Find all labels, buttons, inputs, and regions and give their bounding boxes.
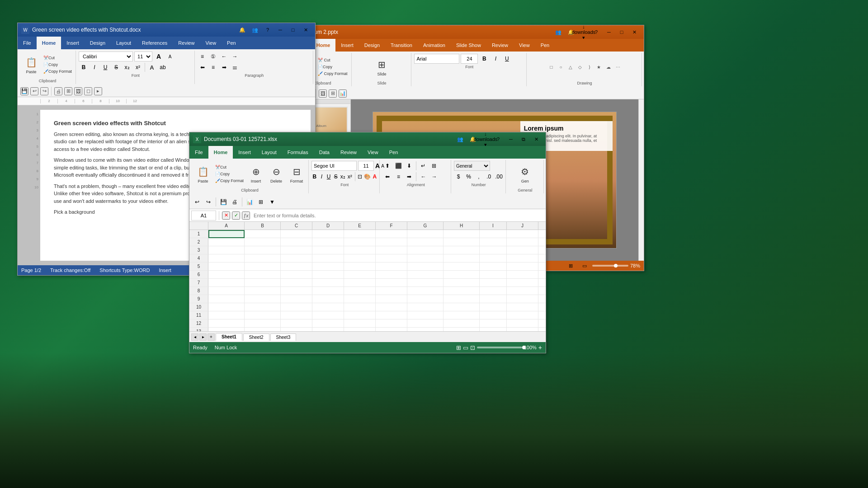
excel-bold-btn[interactable]: B [311,172,318,182]
indent-dec-btn[interactable]: ← [219,52,229,61]
excel-tab-review[interactable]: Review [335,146,362,159]
word-cut-btn[interactable]: ✂️ Cut [42,55,74,61]
word-copy-btn[interactable]: 📄 Copy [42,61,74,68]
excel-font-grow[interactable]: A [375,161,380,171]
ppt-shape-3[interactable]: △ [566,62,575,71]
ppt-new-slide-btn[interactable]: ⊞ Slide [372,56,392,78]
underline-btn[interactable]: U [100,62,110,72]
col-header-D[interactable]: D [312,222,344,230]
cell-I1[interactable] [480,230,507,238]
ppt-tab-transition[interactable]: Transition [385,39,418,52]
word-tab-references[interactable]: References [137,37,173,49]
excel-sheet-tab-2[interactable]: Sheet2 [243,333,269,341]
excel-formula-fx[interactable]: ƒx [242,211,250,220]
excel-tab-data[interactable]: Data [314,146,335,159]
cell-K1[interactable] [538,230,546,238]
excel-font-color-btn[interactable]: A [372,172,378,182]
excel-font-size[interactable] [358,161,374,171]
word-notification-btn[interactable]: 🔔 [236,25,248,34]
excel-align-center[interactable]: ≡ [393,172,403,182]
excel-comma-btn[interactable]: , [474,172,483,182]
word-font-size[interactable]: 11 [134,52,152,61]
excel-wrap-text[interactable]: ↵ [418,161,428,171]
excel-align-bot[interactable]: ⬇ [404,161,414,171]
excel-qa-undo[interactable]: ↩ [192,197,202,207]
excel-font-select[interactable] [311,161,357,171]
excel-align-mid[interactable]: ⬛ [393,161,403,171]
excel-underline-btn[interactable]: U [326,172,332,182]
cell-A1[interactable] [208,230,245,238]
cell-A2[interactable] [208,238,245,246]
ppt-view-normal[interactable]: ⊞ [565,261,577,270]
ppt-shape-more[interactable]: ⋯ [613,62,623,71]
ppt-italic-btn[interactable]: I [491,54,500,64]
excel-collab-btn[interactable]: 👥 [454,135,466,144]
word-font-select[interactable]: Calibri [79,52,133,61]
ppt-downloads-btn[interactable]: ↓ downloads ▾ [578,28,590,37]
excel-qa-chart[interactable]: 📊 [245,197,255,207]
align-left-btn[interactable]: ⬅ [198,62,208,72]
excel-cell-reference[interactable] [191,211,216,221]
font-shrink-btn[interactable]: A [165,52,175,61]
numbering-btn[interactable]: ① [208,52,218,61]
excel-border-btn[interactable]: ⊡ [357,172,363,182]
col-header-A[interactable]: A [208,222,245,230]
ppt-maximize-btn[interactable]: □ [616,28,627,37]
excel-view-page[interactable]: ▭ [463,344,468,351]
qa-undo-btn[interactable]: ↩ [30,87,38,95]
col-header-G[interactable]: G [407,222,443,230]
col-header-B[interactable]: B [245,222,281,230]
word-tab-file[interactable]: File [18,37,37,49]
excel-italic-btn[interactable]: I [319,172,325,182]
font-grow-btn[interactable]: A [154,52,164,61]
qa-image-btn[interactable]: 🖼 [74,87,82,95]
word-tab-layout[interactable]: Layout [111,37,137,49]
word-tab-pen[interactable]: Pen [222,37,241,49]
cell-D1[interactable] [312,230,344,238]
col-header-K[interactable]: K [538,222,546,230]
ppt-tab-pen[interactable]: Pen [535,39,555,52]
excel-formula-input[interactable] [252,211,544,221]
subscript-btn[interactable]: x₂ [122,62,132,72]
col-header-C[interactable]: C [281,222,312,230]
cell-H1[interactable] [443,230,480,238]
excel-restore-btn[interactable]: ⧉ [518,135,529,144]
excel-view-normal[interactable]: ⊞ [456,344,461,351]
word-collab-btn[interactable]: 👥 [249,25,261,34]
col-header-E[interactable]: E [344,222,376,230]
strikethrough-btn[interactable]: S [111,62,121,72]
excel-indent-dec[interactable]: ← [418,172,428,182]
cell-C1[interactable] [281,230,312,238]
ppt-qa-img[interactable]: 🖼 [319,89,327,98]
excel-qa-print[interactable]: 🖨 [230,197,240,207]
excel-subscript-btn[interactable]: x₂ [340,172,346,182]
word-tab-design[interactable]: Design [85,37,111,49]
excel-qa-table[interactable]: ⊞ [256,197,266,207]
ppt-view-slide[interactable]: ▭ [579,261,590,270]
font-color-btn[interactable]: A [147,62,157,72]
excel-tab-formulas[interactable]: Formulas [282,146,314,159]
word-minimize-btn[interactable]: ─ [274,25,286,34]
word-tab-home[interactable]: Home [37,37,61,49]
excel-number-format[interactable]: General [454,161,490,171]
justify-btn[interactable]: ⚌ [230,62,240,72]
qa-table-btn[interactable]: ⊞ [64,87,72,95]
excel-strikethrough-btn[interactable]: S [333,172,339,182]
excel-delete-btn[interactable]: ⊖ Delete [266,163,286,185]
excel-close-btn[interactable]: ✕ [530,135,542,144]
word-paste-btn[interactable]: 📋 Paste [21,54,41,75]
word-copy-format-btn[interactable]: 🖌️ Copy Format [42,68,74,75]
excel-qa-save[interactable]: 💾 [218,197,228,207]
excel-dec-dec[interactable]: .00 [494,172,503,182]
bold-btn[interactable]: B [79,62,89,72]
col-header-H[interactable]: H [443,222,480,230]
ppt-shape-4[interactable]: ◇ [576,62,585,71]
excel-align-left[interactable]: ⬅ [382,172,392,182]
excel-merge-btn[interactable]: ⊞ [429,161,439,171]
ppt-underline-btn[interactable]: U [502,54,512,64]
excel-formula-cancel[interactable]: ✕ [222,211,230,220]
qa-redo-btn[interactable]: ↪ [40,87,48,95]
excel-tab-file[interactable]: File [189,146,208,159]
ppt-cut-btn[interactable]: ✂️ Cut [316,57,349,63]
ppt-shape-2[interactable]: ○ [557,62,566,71]
